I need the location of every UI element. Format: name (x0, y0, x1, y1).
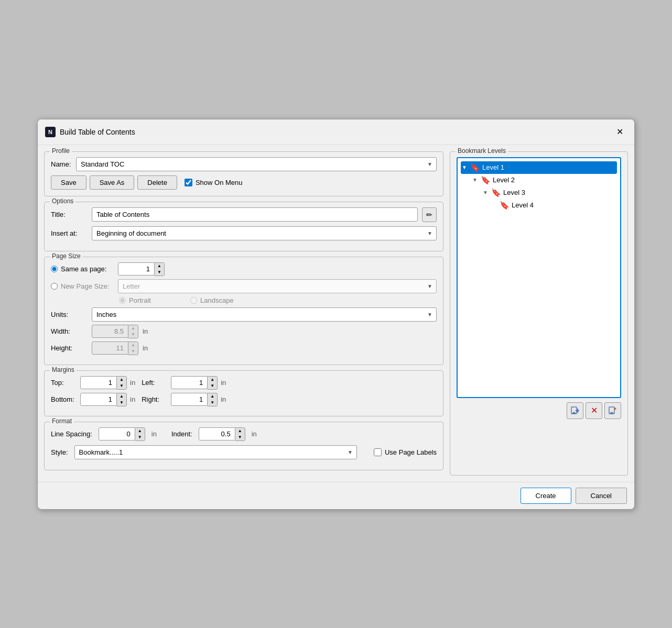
bookmark-levels-label: Bookmark Levels (456, 147, 508, 155)
bookmark-icon-level4: 🔖 (500, 201, 510, 210)
left-up[interactable]: ▲ (208, 377, 217, 383)
dialog-body: Profile Name: Standard TOC ▼ Save Save A… (38, 145, 634, 482)
create-button[interactable]: Create (521, 488, 571, 504)
show-on-menu-label[interactable]: Show On Menu (185, 179, 243, 186)
style-wrapper: Bookmark.....1 ▼ (74, 445, 357, 459)
units-select[interactable]: Inches (92, 307, 437, 322)
profile-name-select[interactable]: Standard TOC (76, 157, 437, 171)
landscape-radio-label[interactable]: Landscape (190, 296, 253, 304)
right-spinner: ▲ ▼ (171, 393, 218, 406)
line-spacing-row: Line Spacing: ▲ ▼ in Indent: ▲ (51, 427, 437, 441)
top-spinner-btns: ▲ ▼ (117, 376, 127, 390)
bookmark-levels-section: Bookmark Levels ▼ 🔖 Level 1 ▼ 🔖 Level 2 (450, 151, 628, 476)
left-down[interactable]: ▼ (208, 383, 217, 389)
bottom-up[interactable]: ▲ (117, 393, 126, 400)
height-spinner-btns: ▲ ▼ (128, 341, 138, 355)
portrait-radio[interactable] (119, 297, 126, 304)
line-spacing-up[interactable]: ▲ (135, 428, 145, 434)
bottom-down[interactable]: ▼ (117, 400, 126, 406)
insert-at-row: Insert at: Beginning of document ▼ (51, 226, 437, 240)
tree-item-level3[interactable]: ▼ 🔖 Level 3 (482, 186, 617, 199)
landscape-radio[interactable] (190, 297, 197, 304)
close-button[interactable]: ✕ (612, 125, 627, 139)
top-spinner: ▲ ▼ (80, 376, 127, 390)
style-row: Style: Bookmark.....1 ▼ Use Page Labels (51, 445, 437, 459)
tree-item-level4[interactable]: ▼ 🔖 Level 4 (490, 199, 617, 212)
use-page-labels-label[interactable]: Use Page Labels (374, 448, 437, 456)
tree-item-level2[interactable]: ▼ 🔖 Level 2 (471, 174, 617, 186)
new-page-size-wrapper: Letter ▼ (118, 279, 437, 293)
indent-btns: ▲ ▼ (235, 427, 245, 441)
width-up[interactable]: ▲ (128, 325, 138, 332)
bookmark-add-button[interactable] (567, 402, 583, 419)
top-left-margin-row: Top: ▲ ▼ in Left: (51, 376, 437, 390)
bottom-input[interactable] (80, 393, 117, 406)
show-on-menu-checkbox[interactable] (185, 179, 192, 186)
indent-input[interactable] (199, 427, 235, 440)
title-bar: N Build Table of Contents ✕ (38, 119, 634, 145)
right-down[interactable]: ▼ (208, 400, 217, 406)
same-as-page-down[interactable]: ▼ (155, 269, 164, 276)
top-up[interactable]: ▲ (117, 377, 126, 383)
width-input[interactable] (92, 325, 128, 338)
line-spacing-down[interactable]: ▼ (135, 434, 145, 440)
line-spacing-input[interactable] (99, 427, 135, 440)
line-spacing-btns: ▲ ▼ (135, 427, 145, 441)
width-spinner-btns: ▲ ▼ (128, 325, 138, 338)
left-spinner: ▲ ▼ (171, 376, 218, 390)
indent-up[interactable]: ▲ (235, 428, 245, 434)
edit-bookmark-icon (609, 406, 617, 415)
width-row: Width: ▲ ▼ in (51, 325, 437, 338)
svg-marker-1 (571, 412, 577, 414)
line-spacing-spinner: ▲ ▼ (99, 427, 145, 441)
same-as-page-input[interactable] (118, 262, 155, 276)
new-page-size-radio[interactable] (51, 283, 58, 290)
bookmark-edit-button[interactable] (604, 402, 621, 419)
bottom-right-margin-row: Bottom: ▲ ▼ in Right: (51, 393, 437, 406)
new-page-size-select[interactable]: Letter (118, 279, 437, 293)
portrait-radio-label[interactable]: Portrait (119, 296, 182, 304)
same-as-page-row: Same as page: ▲ ▼ (51, 262, 437, 276)
bottom-spinner-btns: ▲ ▼ (117, 393, 127, 406)
right-up[interactable]: ▲ (208, 393, 217, 400)
bookmark-delete-button[interactable]: ✕ (586, 402, 602, 419)
title-input[interactable] (92, 207, 418, 222)
bottom-label: Bottom: (51, 395, 77, 403)
bottom-spinner: ▲ ▼ (80, 393, 127, 406)
style-select[interactable]: Bookmark.....1 (74, 445, 357, 459)
delete-button[interactable]: Delete (137, 175, 177, 190)
tree-item-level4-label: Level 4 (512, 201, 534, 209)
same-as-page-radio-label[interactable]: Same as page: (51, 265, 114, 273)
same-as-page-up[interactable]: ▲ (155, 263, 164, 269)
save-as-button[interactable]: Save As (90, 175, 135, 190)
height-input[interactable] (92, 341, 128, 355)
new-page-size-radio-label[interactable]: New Page Size: (51, 282, 114, 290)
left-unit: in (221, 379, 226, 387)
cancel-button[interactable]: Cancel (576, 488, 627, 504)
same-as-page-radio[interactable] (51, 266, 58, 272)
title-row: Title: ✏ (51, 207, 437, 222)
tree-item-level1[interactable]: ▼ 🔖 Level 1 (461, 161, 617, 174)
use-page-labels-checkbox[interactable] (374, 448, 382, 456)
line-spacing-label: Line Spacing: (51, 430, 92, 438)
chevron-level2: ▼ (472, 177, 479, 183)
left-panel: Profile Name: Standard TOC ▼ Save Save A… (44, 151, 443, 476)
left-input[interactable] (171, 376, 208, 389)
indent-down[interactable]: ▼ (235, 434, 245, 440)
height-down[interactable]: ▼ (128, 348, 138, 355)
style-label: Style: (51, 448, 68, 456)
right-input[interactable] (171, 393, 208, 406)
width-down[interactable]: ▼ (128, 332, 138, 338)
bookmark-tree: ▼ 🔖 Level 1 ▼ 🔖 Level 2 ▼ 🔖 Level 3 (457, 157, 621, 398)
title-label: Title: (51, 211, 88, 218)
dialog-footer: Create Cancel (38, 482, 634, 509)
save-button[interactable]: Save (51, 175, 86, 190)
top-input[interactable] (80, 376, 117, 389)
height-up[interactable]: ▲ (128, 342, 138, 348)
right-panel: Bookmark Levels ▼ 🔖 Level 1 ▼ 🔖 Level 2 (450, 151, 628, 476)
title-edit-icon[interactable]: ✏ (422, 207, 437, 222)
right-spinner-btns: ▲ ▼ (208, 393, 218, 406)
insert-at-select[interactable]: Beginning of document (92, 226, 437, 240)
chevron-level1: ▼ (462, 164, 468, 170)
top-down[interactable]: ▼ (117, 383, 126, 389)
